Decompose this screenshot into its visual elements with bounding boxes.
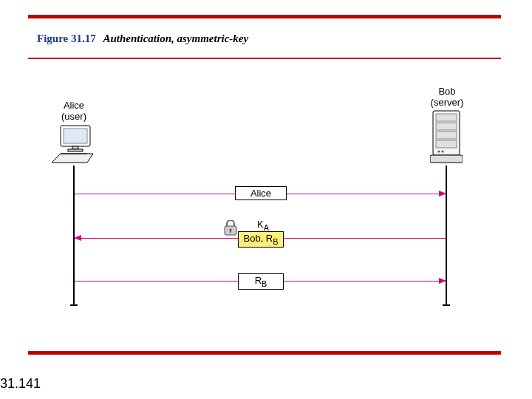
svg-rect-6 <box>436 114 457 121</box>
svg-rect-15 <box>230 230 231 233</box>
figure-caption: Figure 31.17 Authentication, asymmetric-… <box>37 33 248 45</box>
rule-top <box>28 15 501 18</box>
computer-icon <box>50 124 98 166</box>
svg-rect-9 <box>436 140 457 148</box>
svg-rect-2 <box>72 146 78 149</box>
msg2-arrow <box>74 235 81 241</box>
bob-role: (server) <box>425 97 469 108</box>
svg-point-11 <box>442 151 444 153</box>
svg-rect-12 <box>430 155 463 163</box>
rule-mid <box>28 58 501 59</box>
alice-role: (user) <box>52 111 96 122</box>
alice-timeline-end <box>70 304 78 306</box>
page-number: 31.141 <box>0 376 41 392</box>
msg1-arrow <box>439 191 446 197</box>
msg3-arrow <box>439 278 446 284</box>
msg2-key: K <box>257 219 264 230</box>
msg3-box: RB <box>238 273 284 290</box>
bob-name: Bob <box>425 86 469 97</box>
alice-labels: Alice (user) <box>52 100 96 122</box>
svg-rect-7 <box>436 123 457 130</box>
msg1-box: Alice <box>235 186 287 200</box>
msg3-a: R <box>255 275 262 286</box>
msg2-box: Bob, RB <box>238 231 284 248</box>
svg-rect-1 <box>64 129 87 143</box>
bob-timeline-end <box>443 304 450 306</box>
msg2-body-b: B <box>273 237 278 246</box>
rule-bottom <box>28 351 501 355</box>
bob-labels: Bob (server) <box>425 86 469 108</box>
svg-rect-3 <box>68 149 83 151</box>
svg-point-10 <box>438 151 440 153</box>
padlock-icon <box>223 220 238 236</box>
msg2-key-sub: A <box>264 223 269 232</box>
msg2-body-a: Bob, R <box>244 233 273 244</box>
msg3-b: B <box>262 279 267 288</box>
figure-number: Figure 31.17 <box>37 33 96 44</box>
alice-name: Alice <box>52 100 96 111</box>
bob-timeline <box>446 166 447 306</box>
msg1-text: Alice <box>250 188 271 199</box>
svg-rect-8 <box>436 132 457 139</box>
figure-title: Authentication, asymmetric-key <box>103 33 248 44</box>
msg2-keylabel: KA <box>257 219 269 232</box>
server-icon <box>430 109 463 166</box>
